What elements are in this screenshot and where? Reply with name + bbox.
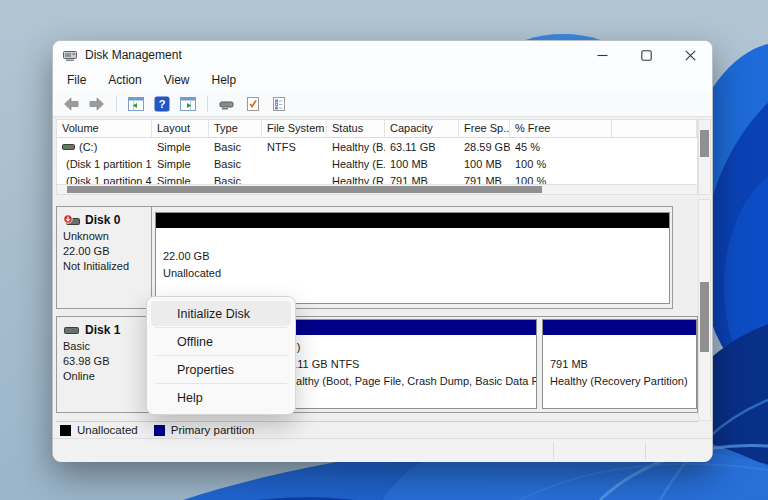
column-header-layout[interactable]: Layout	[152, 120, 209, 137]
cell-status: Healthy (E...	[327, 158, 385, 170]
column-header-filler	[612, 120, 697, 137]
volume-name: (Disk 1 partition 1)	[66, 158, 152, 170]
status-bar-separator	[645, 442, 646, 460]
region-size: 791 MB	[550, 356, 696, 373]
column-header-free-space[interactable]: Free Sp...	[459, 120, 510, 137]
menu-separator	[155, 327, 287, 328]
primary-partition-label: Primary partition	[171, 424, 255, 436]
console-tree-icon	[128, 96, 144, 112]
properties-icon	[271, 96, 287, 112]
table-row[interactable]: (Disk 1 partition 1) Simple Basic Health…	[57, 155, 697, 172]
cell-volume: (Disk 1 partition 1)	[57, 158, 152, 170]
close-button[interactable]	[668, 41, 712, 69]
region-status: Healthy (Boot, Page File, Crash Dump, Ba…	[282, 373, 536, 390]
graphical-view-vertical-scrollbar[interactable]	[698, 199, 711, 421]
minimize-icon	[597, 50, 608, 61]
cell-capacity: 100 MB	[385, 158, 459, 170]
disk0-size: 22.00 GB	[63, 245, 147, 257]
desktop: Disk Management File Action View Help	[0, 0, 768, 500]
disk1-size: 63.98 GB	[63, 355, 147, 367]
disk0-row: Disk 0 Unknown 22.00 GB Not Initialized …	[56, 206, 673, 309]
horizontal-scrollbar[interactable]	[57, 184, 697, 194]
disk-management-app-icon	[63, 48, 77, 62]
disk1-recovery-partition-region[interactable]: 791 MB Healthy (Recovery Partition)	[542, 319, 697, 409]
disk0-unallocated-region[interactable]: 22.00 GB Unallocated	[155, 212, 670, 304]
show-action-pane-button[interactable]	[178, 95, 198, 113]
region-label: (C:)	[282, 339, 536, 356]
scrollbar-thumb[interactable]	[700, 282, 709, 352]
forward-button[interactable]	[87, 95, 107, 113]
primary-partition-swatch	[154, 425, 165, 436]
volume-list-panel: Volume Layout Type File System Status Ca…	[56, 119, 698, 195]
cell-pct-free: 45 %	[510, 141, 612, 153]
region-color-band	[156, 213, 669, 228]
forward-arrow-icon	[89, 96, 105, 112]
menu-action[interactable]: Action	[108, 73, 141, 87]
scrollbar-thumb[interactable]	[700, 130, 709, 157]
minimize-button[interactable]	[580, 41, 624, 69]
menu-help[interactable]: Help	[212, 73, 237, 87]
maximize-icon	[641, 50, 652, 61]
menu-separator	[155, 355, 287, 356]
unallocated-swatch	[60, 425, 71, 436]
cell-layout: Simple	[152, 158, 209, 170]
column-header-capacity[interactable]: Capacity	[385, 120, 459, 137]
menu-item-initialize-disk[interactable]: Initialize Disk	[151, 301, 291, 326]
svg-text:?: ?	[159, 98, 166, 110]
close-icon	[685, 50, 696, 61]
region-size: 63.11 GB NTFS	[282, 356, 536, 373]
toolbar: ?	[53, 91, 712, 117]
back-button[interactable]	[61, 95, 81, 113]
menu-item-help[interactable]: Help	[151, 385, 291, 410]
disk-tool-button[interactable]	[217, 95, 237, 113]
back-arrow-icon	[63, 96, 79, 112]
menu-view[interactable]: View	[164, 73, 190, 87]
volume-list-vertical-scrollbar[interactable]	[698, 119, 711, 195]
checklist-icon	[245, 96, 261, 112]
unallocated-label: Unallocated	[77, 424, 138, 436]
column-header-status[interactable]: Status	[327, 120, 385, 137]
cell-volume: (C:)	[57, 141, 152, 153]
region-size: 22.00 GB	[163, 248, 669, 265]
cell-file-system: NTFS	[262, 141, 327, 153]
disk0-status: Not Initialized	[63, 260, 147, 272]
disk1-status: Online	[63, 370, 147, 382]
horizontal-scrollbar-thumb[interactable]	[67, 186, 542, 193]
help-icon: ?	[154, 96, 170, 112]
cell-layout: Simple	[152, 141, 209, 153]
menu-file[interactable]: File	[67, 73, 86, 87]
region-color-band	[543, 320, 696, 335]
menu-bar: File Action View Help	[53, 69, 712, 91]
cell-status: Healthy (B...	[327, 141, 385, 153]
toolbar-separator	[207, 96, 208, 112]
properties-button[interactable]	[269, 95, 289, 113]
disk1-header[interactable]: Disk 1 Basic 63.98 GB Online	[57, 317, 152, 412]
show-console-tree-button[interactable]	[126, 95, 146, 113]
disk-icon	[219, 96, 235, 112]
task-check-button[interactable]	[243, 95, 263, 113]
toolbar-separator	[116, 96, 117, 112]
column-header-pct-free[interactable]: % Free	[510, 120, 612, 137]
status-bar	[53, 438, 712, 462]
menu-item-offline[interactable]: Offline	[151, 329, 291, 354]
status-bar-separator	[553, 442, 554, 460]
table-row[interactable]: (C:) Simple Basic NTFS Healthy (B... 63.…	[57, 138, 697, 155]
disk-icon	[63, 324, 80, 337]
maximize-button[interactable]	[624, 41, 668, 69]
help-button[interactable]: ?	[152, 95, 172, 113]
column-header-volume[interactable]: Volume	[57, 120, 152, 137]
menu-item-properties[interactable]: Properties	[151, 357, 291, 382]
menu-separator	[155, 383, 287, 384]
cell-capacity: 63.11 GB	[385, 141, 459, 153]
column-header-type[interactable]: Type	[209, 120, 262, 137]
volume-icon	[62, 142, 75, 152]
column-header-file-system[interactable]: File System	[262, 120, 327, 137]
cell-type: Basic	[209, 158, 262, 170]
volume-name: (C:)	[79, 141, 97, 153]
region-color-band	[275, 320, 536, 335]
window-controls	[580, 41, 712, 69]
disk1-c-partition-region[interactable]: (C:) 63.11 GB NTFS Healthy (Boot, Page F…	[274, 319, 537, 409]
titlebar: Disk Management	[53, 41, 712, 69]
disk0-type: Unknown	[63, 230, 147, 242]
disk0-header[interactable]: Disk 0 Unknown 22.00 GB Not Initialized	[57, 207, 152, 308]
